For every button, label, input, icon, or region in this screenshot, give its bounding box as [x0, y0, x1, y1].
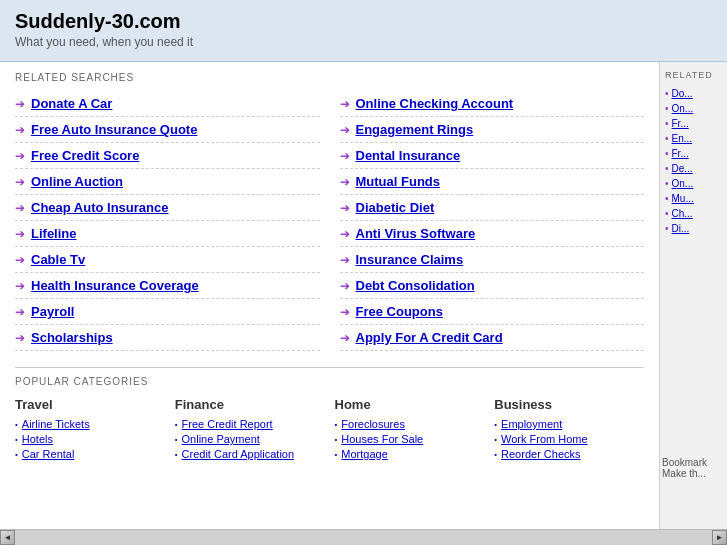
make-text: Make th...	[662, 468, 724, 479]
link-online-payment[interactable]: Online Payment	[182, 433, 260, 445]
link-engagement-rings[interactable]: Engagement Rings	[356, 122, 474, 137]
category-travel: Travel • Airline Tickets • Hotels •	[15, 397, 165, 463]
link-dental-insurance[interactable]: Dental Insurance	[356, 148, 461, 163]
link-diabetic-diet[interactable]: Diabetic Diet	[356, 200, 435, 215]
bullet-icon: •	[335, 435, 338, 444]
site-tagline: What you need, when you need it	[15, 35, 712, 49]
category-home: Home • Foreclosures • Houses For Sale •	[335, 397, 485, 463]
link-apply-for-credit-card[interactable]: Apply For A Credit Card	[356, 330, 503, 345]
link-donate-a-car[interactable]: Donate A Car	[31, 96, 112, 111]
bullet-icon: •	[15, 420, 18, 429]
link-mortgage[interactable]: Mortgage	[341, 448, 387, 460]
arrow-icon: ➔	[15, 175, 25, 189]
link-lifeline[interactable]: Lifeline	[31, 226, 77, 241]
link-cable-tv[interactable]: Cable Tv	[31, 252, 85, 267]
bullet-icon: •	[494, 435, 497, 444]
popular-categories-section: POPULAR CATEGORIES Travel • Airline Tick…	[15, 367, 644, 463]
list-item: • Mu...	[665, 193, 722, 204]
right-link-10[interactable]: Di...	[672, 223, 690, 234]
link-free-auto-insurance-quote[interactable]: Free Auto Insurance Quote	[31, 122, 197, 137]
bullet-icon: •	[494, 450, 497, 459]
list-item: ➔ Online Checking Account	[340, 91, 645, 117]
right-link-5[interactable]: Fr...	[672, 148, 689, 159]
link-free-coupons[interactable]: Free Coupons	[356, 304, 443, 319]
horizontal-scrollbar[interactable]: ◄ ►	[0, 529, 727, 545]
bullet-icon: •	[665, 223, 669, 234]
bullet-icon: •	[665, 178, 669, 189]
list-item: ➔ Mutual Funds	[340, 169, 645, 195]
list-item: • Fr...	[665, 118, 722, 129]
header: Suddenly-30.com What you need, when you …	[0, 0, 727, 62]
link-reorder-checks[interactable]: Reorder Checks	[501, 448, 580, 460]
horizontal-scroll-track[interactable]	[15, 530, 712, 545]
list-item: • Work From Home	[494, 433, 644, 445]
link-car-rental[interactable]: Car Rental	[22, 448, 75, 460]
link-online-auction[interactable]: Online Auction	[31, 174, 123, 189]
site-title: Suddenly-30.com	[15, 10, 712, 33]
list-item: • Di...	[665, 223, 722, 234]
right-link-7[interactable]: On...	[672, 178, 694, 189]
link-credit-card-application[interactable]: Credit Card Application	[182, 448, 295, 460]
list-item: ➔ Anti Virus Software	[340, 221, 645, 247]
bullet-icon: •	[665, 193, 669, 204]
bullet-icon: •	[335, 420, 338, 429]
link-hotels[interactable]: Hotels	[22, 433, 53, 445]
right-link-6[interactable]: De...	[672, 163, 693, 174]
link-online-checking-account[interactable]: Online Checking Account	[356, 96, 514, 111]
right-link-9[interactable]: Ch...	[672, 208, 693, 219]
arrow-icon: ➔	[15, 305, 25, 319]
list-item: ➔ Payroll	[15, 299, 320, 325]
list-item: ➔ Free Coupons	[340, 299, 645, 325]
links-grid: ➔ Donate A Car ➔ Free Auto Insurance Quo…	[15, 91, 644, 351]
list-item: • Fr...	[665, 148, 722, 159]
bullet-icon: •	[665, 148, 669, 159]
list-item: ➔ Cheap Auto Insurance	[15, 195, 320, 221]
list-item: • Houses For Sale	[335, 433, 485, 445]
right-link-3[interactable]: Fr...	[672, 118, 689, 129]
list-item: • Ch...	[665, 208, 722, 219]
list-item: ➔ Engagement Rings	[340, 117, 645, 143]
link-scholarships[interactable]: Scholarships	[31, 330, 113, 345]
link-payroll[interactable]: Payroll	[31, 304, 74, 319]
bullet-icon: •	[665, 118, 669, 129]
link-employment[interactable]: Employment	[501, 418, 562, 430]
bullet-icon: •	[665, 208, 669, 219]
right-related-label: RELATED	[665, 70, 722, 80]
list-item: • Car Rental	[15, 448, 165, 460]
list-item: ➔ Online Auction	[15, 169, 320, 195]
link-cheap-auto-insurance[interactable]: Cheap Auto Insurance	[31, 200, 168, 215]
right-link-2[interactable]: On...	[672, 103, 694, 114]
category-business: Business • Employment • Work From Home •	[494, 397, 644, 463]
bullet-icon: •	[15, 450, 18, 459]
content-area: RELATED SEARCHES ➔ Donate A Car ➔ Free A…	[0, 62, 727, 529]
bullet-icon: •	[15, 435, 18, 444]
link-work-from-home[interactable]: Work From Home	[501, 433, 588, 445]
link-houses-for-sale[interactable]: Houses For Sale	[341, 433, 423, 445]
list-item: • Online Payment	[175, 433, 325, 445]
arrow-icon: ➔	[15, 279, 25, 293]
bullet-icon: •	[665, 103, 669, 114]
bookmark-area: Bookmark Make th...	[662, 457, 724, 479]
arrow-icon: ➔	[340, 201, 350, 215]
right-link-8[interactable]: Mu...	[672, 193, 694, 204]
right-link-1[interactable]: Do...	[672, 88, 693, 99]
link-debt-consolidation[interactable]: Debt Consolidation	[356, 278, 475, 293]
arrow-icon: ➔	[340, 97, 350, 111]
list-item: • Hotels	[15, 433, 165, 445]
right-link-4[interactable]: En...	[672, 133, 693, 144]
link-anti-virus-software[interactable]: Anti Virus Software	[356, 226, 476, 241]
link-free-credit-report[interactable]: Free Credit Report	[182, 418, 273, 430]
link-mutual-funds[interactable]: Mutual Funds	[356, 174, 441, 189]
link-free-credit-score[interactable]: Free Credit Score	[31, 148, 139, 163]
link-airline-tickets[interactable]: Airline Tickets	[22, 418, 90, 430]
link-insurance-claims[interactable]: Insurance Claims	[356, 252, 464, 267]
list-item: ➔ Apply For A Credit Card	[340, 325, 645, 351]
category-travel-title: Travel	[15, 397, 165, 412]
link-health-insurance-coverage[interactable]: Health Insurance Coverage	[31, 278, 199, 293]
list-item: ➔ Debt Consolidation	[340, 273, 645, 299]
link-foreclosures[interactable]: Foreclosures	[341, 418, 405, 430]
list-item: • Foreclosures	[335, 418, 485, 430]
list-item: ➔ Diabetic Diet	[340, 195, 645, 221]
scroll-right-button[interactable]: ►	[712, 530, 727, 545]
scroll-left-button[interactable]: ◄	[0, 530, 15, 545]
